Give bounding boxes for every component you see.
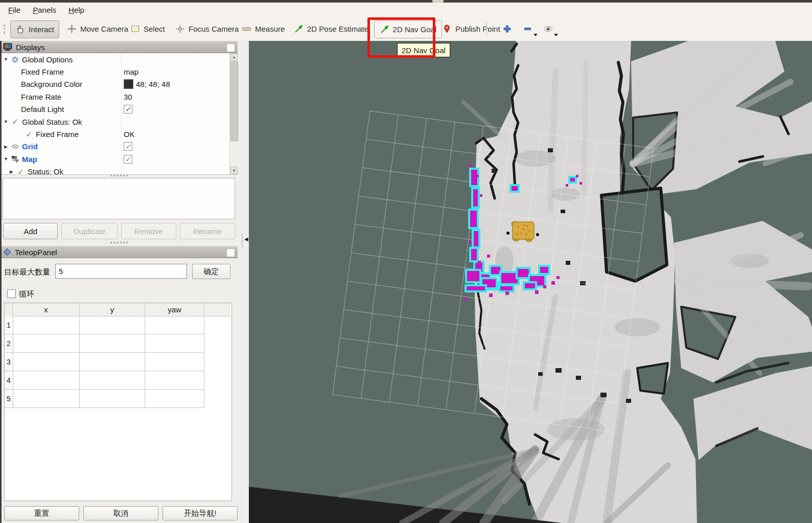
add-button[interactable]: Add [3, 223, 58, 239]
tool-move-camera[interactable]: Move Camera [62, 20, 133, 37]
duplicate-button[interactable]: Duplicate [61, 223, 118, 239]
zoom-out-button[interactable] [518, 20, 537, 37]
status-ok-icon: ✓ [10, 117, 20, 126]
pose-axis-dot [536, 233, 539, 236]
cancel-button[interactable]: 取消 [83, 506, 158, 520]
checkbox[interactable]: ✓ [124, 155, 132, 164]
rename-button[interactable]: Rename [180, 223, 235, 239]
tool-measure[interactable]: Measure [237, 20, 289, 37]
panel-float-button[interactable] [226, 43, 235, 52]
column-header-y[interactable]: y [80, 303, 145, 316]
color-swatch[interactable] [124, 79, 133, 89]
tree-value[interactable]: map [124, 67, 138, 76]
tree-row-global-status[interactable]: ▼ ✓ Global Status: Ok [0, 116, 238, 128]
goal-count-input[interactable] [55, 264, 187, 279]
cell-y[interactable] [80, 316, 145, 334]
displays-panel-header[interactable]: Displays [0, 41, 238, 53]
tree-row-default-light[interactable]: Default Light ✓ [0, 103, 238, 116]
render-viewport[interactable] [249, 41, 812, 523]
expander-icon[interactable]: ▶ [9, 169, 14, 174]
menu-file[interactable]: File [2, 4, 27, 16]
cell-yaw[interactable] [145, 390, 204, 407]
map-icon [10, 155, 20, 164]
cell-x[interactable] [13, 334, 80, 352]
goal-table: x y yaw 1 2 3 [4, 303, 232, 501]
panel-splitter[interactable] [110, 242, 128, 245]
confirm-button[interactable]: 确定 [192, 264, 230, 279]
expander-icon[interactable]: ▼ [3, 57, 9, 62]
tree-row-fixed-frame[interactable]: Fixed Frame map [0, 65, 238, 78]
cell-y[interactable] [80, 353, 145, 371]
toolbar-drag-handle[interactable] [4, 25, 7, 34]
pane-splitter[interactable] [242, 234, 244, 247]
teleop-panel-header[interactable]: TeleopPanel [0, 246, 238, 258]
tree-label: Background Color [21, 80, 82, 88]
checkbox[interactable]: ✓ [124, 105, 132, 113]
menu-panels[interactable]: Panels [27, 4, 62, 16]
tree-value: OK [124, 130, 135, 139]
tool-label: Publish Point [455, 25, 500, 33]
eye-icon [543, 24, 553, 34]
table-row[interactable]: 5 [5, 390, 204, 408]
tool-label: Focus Camera [189, 25, 239, 33]
cell-yaw[interactable] [145, 334, 204, 352]
visibility-button[interactable] [539, 20, 558, 37]
start-navigation-button[interactable]: 开始导航! [163, 506, 238, 520]
column-header-yaw[interactable]: yaw [145, 303, 204, 316]
checkbox[interactable]: ✓ [124, 142, 132, 151]
column-header-x[interactable]: x [13, 303, 80, 316]
cell-y[interactable] [80, 334, 145, 352]
table-row[interactable]: 2 [5, 334, 204, 353]
cell-x[interactable] [13, 316, 80, 334]
cell-y[interactable] [80, 390, 145, 407]
tool-focus-camera[interactable]: Focus Camera [171, 20, 243, 37]
cell-x[interactable] [13, 371, 80, 389]
tree-row-global-options[interactable]: ▼ Global Options [0, 53, 238, 65]
tree-label: Fixed Frame [21, 67, 64, 76]
expander-icon[interactable]: ▼ [3, 156, 9, 162]
tool-select[interactable]: Select [126, 20, 170, 37]
cell-x[interactable] [13, 353, 80, 371]
pane-collapse-handle[interactable]: ◀ [244, 236, 248, 242]
expander-icon[interactable]: ▶ [3, 144, 9, 149]
table-row[interactable]: 1 [5, 316, 204, 334]
menu-help[interactable]: Help [62, 4, 90, 16]
tree-row-background-color[interactable]: Background Color 48; 48; 48 [0, 78, 238, 90]
cell-yaw[interactable] [145, 316, 204, 334]
scrollbar-thumb[interactable] [230, 61, 238, 141]
reset-button[interactable]: 重置 [4, 506, 79, 520]
row-header: 1 [5, 316, 13, 334]
tool-label: Select [144, 25, 165, 33]
table-row[interactable]: 3 [5, 353, 204, 371]
table-row[interactable]: 4 [5, 371, 204, 390]
remove-button[interactable]: Remove [121, 223, 176, 239]
cell-yaw[interactable] [145, 371, 204, 389]
expander-icon[interactable]: ▼ [3, 119, 9, 124]
panel-float-button[interactable] [226, 248, 235, 257]
scroll-up-button[interactable]: ▲ [230, 53, 238, 61]
tree-row-frame-rate[interactable]: Frame Rate 30 [0, 90, 238, 103]
zoom-in-button[interactable] [498, 20, 517, 37]
tree-row-fixed-frame-status[interactable]: ✓ Fixed Frame OK [0, 128, 238, 140]
dropdown-caret-icon[interactable] [554, 34, 558, 36]
tool-interact[interactable]: Interact [10, 20, 59, 38]
cell-x[interactable] [13, 390, 80, 407]
tree-row-map[interactable]: ▼ Map ✓ [0, 153, 238, 165]
tool-2d-pose-estimate[interactable]: 2D Pose Estimate [289, 20, 373, 37]
row-header: 4 [5, 371, 13, 389]
tree-row-grid[interactable]: ▶ Grid ✓ [0, 141, 238, 153]
tree-value[interactable]: 30 [124, 93, 132, 101]
pose-axis-dot [506, 232, 509, 235]
scroll-down-button[interactable]: ▼ [230, 167, 238, 174]
dropdown-caret-icon[interactable] [533, 34, 538, 36]
tree-row-map-status[interactable]: ▶ ✓ Status: Ok [0, 166, 238, 175]
loop-checkbox[interactable] [7, 289, 16, 298]
3d-view-canvas[interactable] [249, 41, 812, 523]
toolbar-separator [486, 22, 487, 36]
cell-yaw[interactable] [145, 353, 204, 371]
tool-publish-point[interactable]: Publish Point [437, 20, 505, 37]
tree-value[interactable]: 48; 48; 48 [136, 80, 170, 88]
tree-scrollbar[interactable]: ▲ ▼ [229, 53, 238, 174]
cell-y[interactable] [80, 371, 145, 389]
monitor-icon [3, 43, 12, 51]
